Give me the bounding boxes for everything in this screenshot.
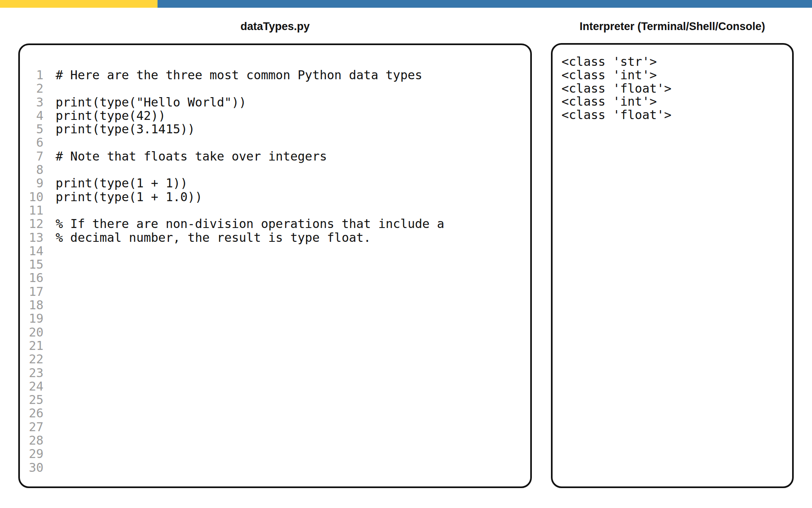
code-line[interactable]: 12% If there are non-division operations… — [20, 217, 530, 230]
code-area[interactable]: 1# Here are the three most common Python… — [20, 68, 530, 474]
line-number: 4 — [20, 109, 43, 122]
line-number: 1 — [20, 68, 43, 82]
line-number: 10 — [20, 190, 43, 204]
line-number: 8 — [20, 163, 43, 176]
code-text: % decimal number, the result is type flo… — [56, 231, 371, 244]
top-accent-bar — [0, 0, 812, 8]
terminal-title: Interpreter (Terminal/Shell/Console) — [551, 20, 794, 33]
terminal-panel[interactable]: <class 'str'><class 'int'><class 'float'… — [551, 43, 794, 488]
line-number: 11 — [20, 204, 43, 217]
code-line[interactable]: 10print(type(1 + 1.0)) — [20, 190, 530, 204]
code-line[interactable]: 11 — [20, 204, 530, 217]
line-number: 17 — [20, 285, 43, 298]
code-line[interactable]: 24 — [20, 380, 530, 393]
line-number: 30 — [20, 461, 43, 474]
line-number: 6 — [20, 136, 43, 149]
line-number: 29 — [20, 447, 43, 460]
code-line[interactable]: 18 — [20, 298, 530, 312]
terminal-output-line: <class 'int'> — [561, 69, 792, 82]
code-line[interactable]: 13% decimal number, the result is type f… — [20, 231, 530, 244]
code-text: print(type("Hello World")) — [56, 96, 246, 109]
line-number: 15 — [20, 258, 43, 271]
line-number: 23 — [20, 366, 43, 380]
line-number: 27 — [20, 420, 43, 434]
terminal-output-line: <class 'str'> — [561, 55, 792, 69]
code-text: print(type(1 + 1.0)) — [56, 190, 202, 204]
code-text: # Note that floats take over integers — [56, 150, 327, 163]
line-number: 9 — [20, 176, 43, 190]
code-text: print(type(42)) — [56, 109, 166, 122]
python-yellow-segment — [0, 0, 158, 8]
code-line[interactable]: 19 — [20, 312, 530, 325]
code-line[interactable]: 16 — [20, 271, 530, 284]
line-number: 5 — [20, 122, 43, 136]
editor-panel[interactable]: 1# Here are the three most common Python… — [18, 43, 532, 488]
code-text: print(type(3.1415)) — [56, 122, 195, 136]
line-number: 13 — [20, 231, 43, 244]
code-line[interactable]: 4print(type(42)) — [20, 109, 530, 122]
line-number: 12 — [20, 217, 43, 230]
page: { "top_bar": { "yellow_color": "#FFD43B"… — [0, 0, 812, 508]
line-number: 21 — [20, 339, 43, 352]
code-line[interactable]: 3print(type("Hello World")) — [20, 96, 530, 109]
code-line[interactable]: 28 — [20, 434, 530, 447]
line-number: 26 — [20, 406, 43, 420]
python-blue-segment — [158, 0, 812, 8]
terminal-output-line: <class 'float'> — [561, 109, 792, 122]
code-line[interactable]: 23 — [20, 366, 530, 380]
code-line[interactable]: 14 — [20, 244, 530, 258]
code-line[interactable]: 29 — [20, 447, 530, 460]
editor-filename-title: dataTypes.py — [18, 20, 532, 33]
code-line[interactable]: 8 — [20, 163, 530, 176]
code-line[interactable]: 22 — [20, 352, 530, 366]
code-line[interactable]: 30 — [20, 461, 530, 474]
code-line[interactable]: 5print(type(3.1415)) — [20, 122, 530, 136]
code-line[interactable]: 9print(type(1 + 1)) — [20, 176, 530, 190]
terminal-output-line: <class 'int'> — [561, 95, 792, 109]
code-line[interactable]: 20 — [20, 326, 530, 339]
terminal-output-line: <class 'float'> — [561, 82, 792, 96]
code-line[interactable]: 25 — [20, 393, 530, 406]
line-number: 24 — [20, 380, 43, 393]
line-number: 16 — [20, 271, 43, 284]
terminal-output: <class 'str'><class 'int'><class 'float'… — [561, 55, 792, 122]
line-number: 3 — [20, 96, 43, 109]
line-number: 28 — [20, 434, 43, 447]
line-number: 2 — [20, 82, 43, 95]
code-line[interactable]: 27 — [20, 420, 530, 434]
code-line[interactable]: 6 — [20, 136, 530, 149]
line-number: 7 — [20, 150, 43, 163]
line-number: 19 — [20, 312, 43, 325]
code-text: print(type(1 + 1)) — [56, 176, 188, 190]
line-number: 22 — [20, 352, 43, 366]
code-line[interactable]: 26 — [20, 406, 530, 420]
line-number: 18 — [20, 298, 43, 312]
code-text: # Here are the three most common Python … — [56, 68, 422, 82]
line-number: 14 — [20, 244, 43, 258]
line-number: 25 — [20, 393, 43, 406]
code-text: % If there are non-division operations t… — [56, 217, 444, 230]
code-line[interactable]: 21 — [20, 339, 530, 352]
code-line[interactable]: 2 — [20, 82, 530, 95]
code-line[interactable]: 7# Note that floats take over integers — [20, 150, 530, 163]
line-number: 20 — [20, 326, 43, 339]
code-line[interactable]: 15 — [20, 258, 530, 271]
code-line[interactable]: 1# Here are the three most common Python… — [20, 68, 530, 82]
code-line[interactable]: 17 — [20, 285, 530, 298]
